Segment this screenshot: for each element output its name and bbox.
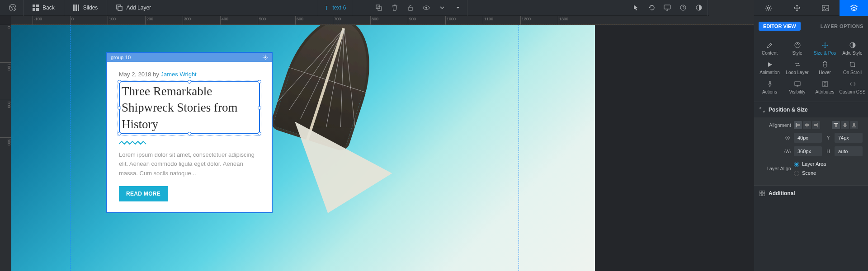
lock-icon[interactable] [403,0,419,16]
vertical-ruler: 0100200300 [0,25,11,221]
post-excerpt: Lorem ipsum dolor sit amet, consectetuer… [119,150,260,178]
svg-line-24 [315,28,370,127]
back-button[interactable]: Back [26,0,61,16]
svg-point-27 [264,56,266,58]
group-layer[interactable]: group-10 May 2, 2018 by James Wright Thr… [106,52,273,213]
canvas-area: -100010020030040050060070080090010001100… [0,16,709,221]
selected-layer-indicator[interactable]: T text-6 [319,5,351,11]
ruler-tick: 100 [108,16,116,25]
slides-button[interactable]: Slides [67,0,104,16]
top-toolbar: Back Slides Add Layer T text-6 ? [0,0,709,16]
ruler-tick: 200 [145,16,153,25]
svg-rect-5 [73,5,75,11]
guide-horizontal[interactable] [11,25,709,25]
svg-rect-7 [78,5,79,11]
ruler-tick: 1000 [445,16,456,25]
add-layer-label: Add Layer [126,5,151,11]
svg-rect-13 [409,7,412,10]
group-label: group-10 [111,55,131,60]
contrast-icon[interactable] [691,0,707,16]
svg-line-25 [316,28,382,127]
text-layer-selected[interactable]: Three Remarkable Shipwreck Stories from … [119,81,260,134]
svg-rect-2 [36,5,39,7]
stage[interactable]: group-10 May 2, 2018 by James Wright Thr… [11,25,709,221]
svg-line-26 [289,67,366,93]
guide-vertical[interactable] [519,25,519,221]
svg-point-15 [425,7,427,9]
slide-background [11,25,595,221]
ruler-tick: 500 [258,16,266,25]
help-icon[interactable]: ? [675,0,691,16]
back-label: Back [42,5,55,11]
ruler-tick: 1100 [483,16,493,25]
delete-icon[interactable] [387,0,403,16]
text-icon: T [324,5,330,11]
group-gear-icon[interactable] [263,55,268,60]
ruler-tick: 1200 [520,16,531,25]
slides-label: Slides [83,5,98,11]
ruler-tick: 300 [183,16,191,25]
ruler-tick: 900 [408,16,416,25]
ruler-tick: -100 [33,16,42,25]
svg-rect-16 [664,5,670,9]
ruler-tick: 100 [0,62,11,70]
svg-text:?: ? [682,5,684,10]
svg-rect-4 [36,8,39,11]
visibility-eye-icon[interactable] [419,0,434,16]
ruler-tick: 0 [70,16,74,25]
ruler-tick: 400 [220,16,228,25]
add-layer-button[interactable]: Add Layer [110,0,157,16]
svg-text:T: T [325,5,328,11]
post-headline[interactable]: Three Remarkable Shipwreck Stories from … [122,83,257,132]
ruler-tick: 0 [0,25,11,28]
horizontal-ruler: -100010020030040050060070080090010001100… [11,16,709,25]
author-link[interactable]: James Wright [161,71,197,78]
selected-layer-name: text-6 [333,5,346,11]
svg-rect-3 [33,8,35,11]
svg-line-21 [289,25,344,119]
ruler-tick: 800 [370,16,378,25]
ruler-tick: 600 [295,16,303,25]
pointer-tool-icon[interactable] [627,0,643,16]
guide-vertical[interactable] [70,25,71,221]
svg-rect-9 [118,6,122,10]
wordpress-logo-icon[interactable] [5,0,20,16]
slides-icon [73,5,80,11]
svg-rect-1 [33,5,35,7]
svg-line-20 [278,25,344,114]
chevron-down-icon[interactable] [434,0,450,16]
group-header[interactable]: group-10 [107,53,272,62]
caret-down-icon[interactable] [450,0,466,16]
preview-desktop-icon[interactable] [659,0,675,16]
duplicate-icon[interactable] [371,0,387,16]
ruler-tick: 1300 [558,16,568,25]
read-more-button[interactable]: READ MORE [119,186,168,201]
ruler-tick: 300 [0,137,11,145]
svg-point-0 [9,5,16,11]
zigzag-divider-icon [119,140,147,145]
undo-icon[interactable] [643,0,659,16]
ruler-tick: 700 [333,16,341,25]
ruler-tick: 200 [0,100,11,108]
svg-line-22 [301,25,344,123]
add-layer-icon [116,5,123,11]
svg-rect-6 [75,5,77,11]
post-meta: May 2, 2018 by James Wright [119,71,260,78]
grid-icon [33,5,39,11]
